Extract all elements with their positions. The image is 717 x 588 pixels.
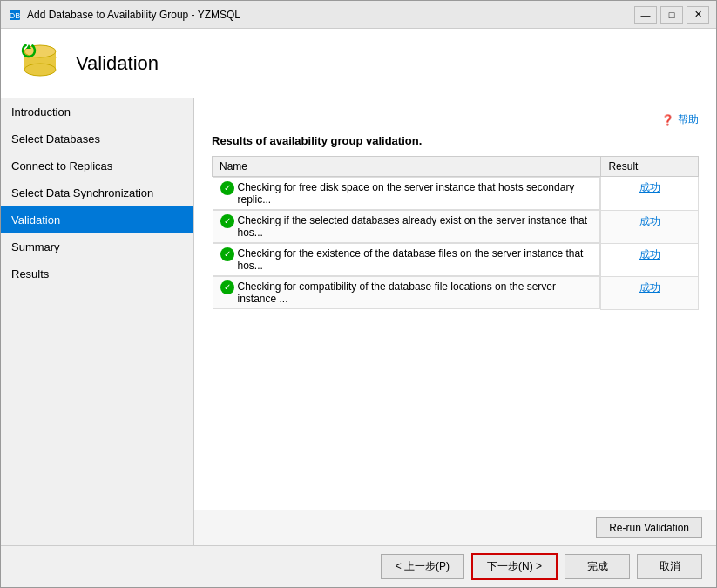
- check-icon: ✓: [220, 247, 234, 261]
- window-controls: — □ ✕: [634, 6, 709, 24]
- check-icon: ✓: [220, 214, 234, 228]
- help-label: 帮助: [678, 112, 699, 127]
- table-cell-name: ✓Checking for compatibility of the datab…: [213, 276, 601, 309]
- sidebar-item-connect-to-replicas[interactable]: Connect to Replicas: [1, 152, 193, 179]
- sidebar-item-select-data-sync[interactable]: Select Data Synchronization: [1, 179, 193, 206]
- table-cell-name: ✓Checking for free disk space on the ser…: [213, 177, 601, 210]
- rerun-validation-button[interactable]: Re-run Validation: [596, 517, 702, 538]
- title-bar: DB Add Database to Availability Group - …: [1, 1, 716, 29]
- help-icon: ❓: [661, 114, 674, 126]
- page-title: Validation: [76, 52, 159, 75]
- table-header-row: Name Result: [213, 157, 699, 177]
- svg-text:DB: DB: [10, 11, 21, 20]
- main-window: DB Add Database to Availability Group - …: [0, 0, 717, 588]
- window-title: Add Database to Availability Group - YZM…: [27, 9, 634, 21]
- table-cell-name: ✓Checking for the existence of the datab…: [213, 243, 601, 276]
- sidebar-item-results[interactable]: Results: [1, 260, 193, 287]
- table-row: ✓Checking for compatibility of the datab…: [213, 276, 699, 309]
- row-name-text: Checking for free disk space on the serv…: [238, 181, 593, 206]
- table-cell-result[interactable]: 成功: [601, 243, 699, 276]
- check-icon: ✓: [220, 280, 234, 294]
- back-button[interactable]: < 上一步(P): [381, 554, 464, 579]
- finish-button[interactable]: 完成: [565, 554, 630, 579]
- check-icon: ✓: [220, 181, 234, 195]
- sidebar-item-validation[interactable]: Validation: [1, 206, 193, 233]
- table-row: ✓Checking for the existence of the datab…: [213, 243, 699, 276]
- table-cell-result[interactable]: 成功: [601, 177, 699, 211]
- help-section: ❓ 帮助: [212, 112, 699, 127]
- content-inner: ❓ 帮助 Results of availability group valid…: [194, 98, 716, 510]
- sidebar-item-introduction[interactable]: Introduction: [1, 98, 193, 125]
- content-footer: Re-run Validation: [194, 510, 716, 545]
- minimize-button[interactable]: —: [634, 6, 657, 24]
- row-name-text: Checking for the existence of the databa…: [238, 247, 593, 272]
- close-button[interactable]: ✕: [687, 6, 709, 24]
- sidebar: Introduction Select Databases Connect to…: [1, 98, 194, 545]
- main-content: ❓ 帮助 Results of availability group valid…: [194, 98, 716, 545]
- next-button[interactable]: 下一步(N) >: [471, 553, 558, 580]
- maximize-button[interactable]: □: [660, 6, 683, 24]
- cancel-button[interactable]: 取消: [637, 554, 702, 579]
- col-header-name: Name: [213, 157, 601, 177]
- row-name-text: Checking for compatibility of the databa…: [238, 280, 593, 305]
- col-header-result: Result: [601, 157, 699, 177]
- table-row: ✓Checking for free disk space on the ser…: [213, 177, 699, 211]
- app-icon: DB: [8, 8, 22, 22]
- header: Validation: [1, 29, 716, 98]
- sidebar-item-summary[interactable]: Summary: [1, 233, 193, 260]
- result-link[interactable]: 成功: [639, 215, 660, 227]
- row-name-text: Checking if the selected databases alrea…: [238, 214, 593, 239]
- table-cell-name: ✓Checking if the selected databases alre…: [213, 210, 601, 243]
- results-table: Name Result ✓Checking for free disk spac…: [212, 156, 699, 310]
- next-wrapper: 下一步(N) >: [471, 553, 558, 580]
- result-link[interactable]: 成功: [639, 281, 660, 294]
- sidebar-item-select-databases[interactable]: Select Databases: [1, 125, 193, 152]
- footer-bar: < 上一步(P) 下一步(N) > 完成 取消: [1, 545, 716, 587]
- table-row: ✓Checking if the selected databases alre…: [213, 210, 699, 243]
- body-area: Introduction Select Databases Connect to…: [1, 98, 716, 545]
- svg-point-4: [24, 64, 56, 76]
- header-icon: [18, 42, 62, 85]
- result-link[interactable]: 成功: [639, 181, 660, 193]
- table-cell-result[interactable]: 成功: [601, 276, 699, 309]
- result-link[interactable]: 成功: [639, 248, 660, 260]
- help-link[interactable]: ❓ 帮助: [661, 112, 699, 127]
- results-title: Results of availability group validation…: [212, 134, 699, 147]
- table-cell-result[interactable]: 成功: [601, 210, 699, 243]
